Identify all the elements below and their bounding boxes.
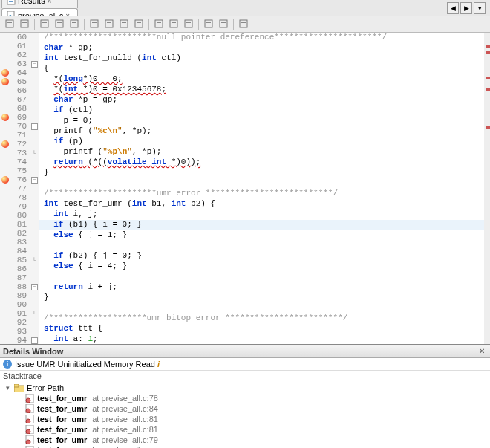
shift-left-button[interactable] bbox=[202, 18, 215, 31]
code-line[interactable]: struct ttt { bbox=[39, 324, 484, 334]
error-tree[interactable]: ▾ Error Path test_for_umrat previse_all.… bbox=[0, 381, 490, 448]
error-stripe[interactable] bbox=[484, 33, 490, 344]
error-icon[interactable] bbox=[1, 78, 9, 85]
svg-point-44 bbox=[26, 429, 30, 434]
tab-next-button[interactable]: ▶ bbox=[460, 2, 472, 14]
code-line[interactable]: /**********************null pointer dere… bbox=[39, 33, 484, 43]
error-stripe-marker[interactable] bbox=[486, 77, 490, 79]
frame-function: test_for_umr bbox=[37, 415, 87, 423]
svg-rect-24 bbox=[157, 22, 161, 23]
code-line[interactable]: if (p) bbox=[39, 137, 484, 147]
error-path-node[interactable]: ▾ Error Path bbox=[0, 383, 490, 393]
frame-location: at previse_all.c:78 bbox=[89, 394, 158, 403]
tree-collapse-icon[interactable]: ▾ bbox=[3, 384, 12, 392]
error-icon[interactable] bbox=[1, 140, 9, 148]
stack-frame-row[interactable]: test_for_umrat previse_all.c:79 bbox=[0, 435, 490, 445]
line-number: 90 bbox=[10, 300, 30, 309]
code-line[interactable]: int a: 1; bbox=[39, 334, 484, 344]
fold-toggle-icon[interactable]: − bbox=[31, 61, 38, 68]
line-number: 77 bbox=[10, 184, 30, 193]
fold-toggle-icon[interactable]: − bbox=[31, 123, 38, 130]
code-line[interactable] bbox=[39, 178, 484, 189]
code-line[interactable]: { bbox=[39, 64, 484, 74]
history-button[interactable] bbox=[18, 18, 31, 31]
error-stripe-marker[interactable] bbox=[486, 51, 490, 54]
code-line[interactable]: else { i = 4; } bbox=[39, 262, 484, 272]
stack-frame-row[interactable]: test_for_umrat previse_all.c:81 bbox=[0, 414, 490, 424]
prev-bookmark-button[interactable] bbox=[152, 18, 166, 31]
code-content[interactable]: /**********************null pointer dere… bbox=[39, 33, 484, 344]
svg-rect-31 bbox=[220, 20, 227, 27]
error-stripe-marker[interactable] bbox=[486, 126, 490, 129]
gutter-error-slot bbox=[0, 114, 10, 121]
code-line[interactable]: return i + j; bbox=[39, 282, 484, 293]
find-prev-icon bbox=[104, 19, 114, 30]
code-line[interactable]: if (b2) { j = 0; } bbox=[39, 251, 484, 262]
stack-frame-row[interactable]: test_for_umrin previse_all.c bbox=[0, 445, 490, 448]
svg-rect-30 bbox=[206, 22, 211, 23]
code-line[interactable]: if (b1) { i = 0; } bbox=[39, 220, 484, 230]
line-number: 75 bbox=[10, 166, 30, 175]
details-close-button[interactable]: ✕ bbox=[477, 346, 487, 357]
code-line[interactable]: int test_for_nulld (int ctl) bbox=[39, 53, 484, 64]
last-edit-button[interactable] bbox=[38, 18, 51, 31]
line-number: 87 bbox=[10, 273, 30, 282]
code-line[interactable]: } bbox=[39, 168, 484, 178]
code-line[interactable]: char *p = gp; bbox=[39, 95, 484, 105]
code-line[interactable]: p = 0; bbox=[39, 116, 484, 126]
next-bookmark-button[interactable] bbox=[167, 18, 180, 31]
error-stripe-marker[interactable] bbox=[486, 45, 490, 48]
find-selection-button[interactable] bbox=[88, 18, 101, 31]
tab-list-button[interactable]: ▾ bbox=[474, 2, 486, 14]
code-line[interactable]: else { j = 1; } bbox=[39, 230, 484, 241]
code-line[interactable] bbox=[39, 303, 484, 314]
error-icon[interactable] bbox=[1, 69, 9, 77]
tab-close-button[interactable]: × bbox=[48, 0, 55, 4]
svg-point-38 bbox=[26, 398, 30, 403]
frame-function: test_for_umr bbox=[37, 404, 87, 413]
code-line[interactable]: printf ("%c\n", *p); bbox=[39, 126, 484, 137]
error-icon[interactable] bbox=[1, 114, 9, 121]
stack-frame-row[interactable]: test_for_umrat previse_all.c:81 bbox=[0, 424, 490, 435]
code-line[interactable] bbox=[39, 241, 484, 251]
code-line[interactable]: *(long*)0 = 0; bbox=[39, 74, 484, 85]
line-number: 69 bbox=[10, 113, 30, 122]
shift-right-button[interactable] bbox=[217, 18, 230, 31]
fold-toggle-icon[interactable]: − bbox=[31, 177, 38, 184]
error-stripe-marker[interactable] bbox=[486, 88, 490, 91]
code-line[interactable]: int test_for_umr (int b1, int b2) { bbox=[39, 199, 484, 210]
code-line[interactable]: } bbox=[39, 293, 484, 303]
code-line[interactable]: /**********************umr error *******… bbox=[39, 189, 484, 199]
svg-rect-22 bbox=[137, 22, 141, 23]
issue-row[interactable]: i Issue UMR Uninitialized Memory Read i bbox=[0, 358, 490, 371]
line-number: 78 bbox=[10, 193, 30, 202]
svg-rect-20 bbox=[122, 22, 126, 23]
stack-frame-row[interactable]: test_for_umrat previse_all.c:84 bbox=[0, 403, 490, 414]
code-line[interactable] bbox=[39, 272, 484, 282]
stack-frame-row[interactable]: test_for_umrat previse_all.c:78 bbox=[0, 393, 490, 403]
code-line[interactable]: *(int *)0 = 0x12345678; bbox=[39, 85, 484, 95]
code-editor[interactable]: 60616263−64656667686970−717273└747576−77… bbox=[0, 33, 490, 344]
line-number: 72 bbox=[10, 140, 30, 149]
source-button[interactable] bbox=[3, 18, 16, 31]
toggle-bookmark-button[interactable] bbox=[182, 18, 195, 31]
code-line[interactable]: int i, j; bbox=[39, 210, 484, 220]
comment-button[interactable] bbox=[237, 18, 250, 31]
svg-rect-13 bbox=[71, 20, 78, 27]
back-button[interactable] bbox=[53, 18, 66, 31]
forward-button[interactable] bbox=[68, 18, 81, 31]
tab-prev-button[interactable]: ◀ bbox=[447, 2, 459, 14]
find-prev-button[interactable] bbox=[102, 18, 116, 31]
toggle-highlight-button[interactable] bbox=[132, 18, 146, 31]
find-next-button[interactable] bbox=[117, 18, 131, 31]
error-icon[interactable] bbox=[1, 176, 9, 184]
editor-tab[interactable]: Results× bbox=[1, 0, 78, 8]
code-line[interactable]: char * gp; bbox=[39, 43, 484, 53]
back-icon bbox=[54, 19, 65, 30]
code-line[interactable]: if (ctl) bbox=[39, 105, 484, 116]
code-line[interactable]: /********************umr bitop error ***… bbox=[39, 314, 484, 324]
fold-toggle-icon[interactable]: − bbox=[31, 337, 38, 344]
code-line[interactable]: printf ("%p\n", *p); bbox=[39, 147, 484, 158]
code-line[interactable]: return (*((volatile int *)0)); bbox=[39, 158, 484, 168]
fold-toggle-icon[interactable]: − bbox=[31, 284, 38, 290]
